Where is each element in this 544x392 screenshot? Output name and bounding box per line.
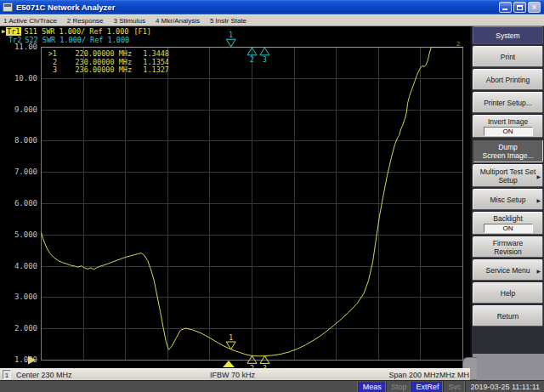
- menu-item-3[interactable]: 3 Stimulus: [114, 17, 145, 25]
- close-button[interactable]: ×: [528, 2, 541, 13]
- button-label: Backlight: [493, 214, 523, 223]
- svg-text:2: 2: [250, 56, 254, 64]
- svg-text:1: 1: [229, 31, 233, 39]
- button-label: Setup: [498, 176, 517, 185]
- y-axis-label: 6.000: [2, 200, 37, 207]
- menu-item-1[interactable]: 1 Active Ch/Trace: [3, 17, 57, 25]
- menu-item-2[interactable]: 2 Response: [67, 17, 104, 25]
- button-label: Help: [501, 289, 515, 298]
- instrument-display: 2112233 ▶Tr1S11 SWR 1.000/ Ref 1.000[F1]…: [0, 26, 470, 368]
- window-titlebar: E5071C Network Analyzer ×: [0, 0, 544, 14]
- button-label: System: [496, 31, 519, 40]
- y-axis-label: 5.000: [2, 231, 37, 239]
- trace1-parameters: S11 SWR 1.000/ Ref 1.000: [25, 27, 129, 36]
- trace1-status-line[interactable]: ▶Tr1S11 SWR 1.000/ Ref 1.000[F1]: [2, 28, 151, 36]
- sidebar-button-multiport-test-set[interactable]: Multiport Test SetSetup▶: [473, 164, 543, 187]
- svg-text:1: 1: [229, 334, 233, 342]
- instrument-status-bar: Meas Stop ExtRef Svc 2019-03-25 11:11:11: [0, 380, 544, 392]
- active-trace-pointer-icon: ▶: [2, 28, 5, 35]
- button-state-value: ON: [484, 224, 533, 233]
- sidebar-button-invert-image[interactable]: Invert ImageON: [473, 115, 543, 138]
- trace1-flag: [F1]: [133, 27, 150, 36]
- sidebar-button-help[interactable]: Help: [473, 282, 543, 304]
- channel-status-bar: 1 Center 230 MHz IFBW 70 kHz Span 200 MH…: [0, 368, 470, 380]
- y-axis-label: 1.000: [2, 356, 37, 364]
- stop-indicator: Stop: [387, 382, 411, 392]
- y-axis-label: 4.000: [2, 263, 37, 270]
- y-axis-label: 9.000: [2, 106, 37, 114]
- center-frequency-field[interactable]: Center 230 MHz: [16, 371, 72, 379]
- sidebar-filler: [473, 354, 544, 380]
- menu-item-4[interactable]: 4 Mkr/Analysis: [156, 17, 200, 25]
- submenu-arrow-icon: ▶: [536, 196, 541, 205]
- softkey-sidebar: SystemPrintAbort PrintingPrinter Setup..…: [470, 26, 544, 380]
- span-field[interactable]: Span 200 MHzMHz MH: [388, 371, 469, 379]
- svg-text:3: 3: [263, 56, 267, 64]
- sidebar-button-abort-printing[interactable]: Abort Printing: [473, 69, 543, 90]
- button-label: Invert Image: [488, 117, 528, 126]
- ifbw-field[interactable]: IFBW 70 kHz: [210, 371, 255, 379]
- restore-icon: [517, 5, 523, 10]
- sidebar-button-printer-setup[interactable]: Printer Setup...: [473, 92, 543, 113]
- trace2-parameters: S22 SWR 1.000/ Ref 1.000: [25, 36, 129, 44]
- submenu-arrow-icon: ▶: [536, 267, 541, 276]
- button-label: Firmware: [493, 239, 523, 247]
- button-label: Print: [501, 53, 515, 61]
- y-axis-label: 8.000: [2, 137, 37, 145]
- marker-table: >1220.00000 MHz1.34482230.00000 MHz1.135…: [46, 50, 169, 75]
- button-state-value: ON: [484, 127, 533, 136]
- close-icon: ×: [529, 2, 540, 13]
- menu-bar: 1 Active Ch/Trace2 Response3 Stimulus4 M…: [0, 14, 544, 26]
- channel-number-badge: 1: [3, 370, 11, 379]
- app-icon[interactable]: [3, 3, 13, 12]
- y-axis-label: 10.00: [2, 75, 37, 82]
- sidebar-button-dump[interactable]: DumpScreen Image...: [473, 139, 543, 162]
- button-label: Multiport Test Set: [480, 168, 536, 176]
- sidebar-button-system[interactable]: System: [473, 26, 543, 44]
- extref-indicator: ExtRef: [411, 382, 443, 392]
- button-label: Return: [497, 312, 519, 321]
- marker-freq: 236.00000 MHz: [57, 66, 132, 75]
- meas-indicator: Meas: [359, 382, 386, 392]
- marker-table-row: 3236.00000 MHz1.1327: [46, 66, 169, 75]
- sidebar-button-misc-setup[interactable]: Misc Setup▶: [473, 189, 543, 210]
- restore-button[interactable]: [513, 2, 526, 13]
- button-label: Revision: [494, 247, 522, 256]
- swr-graph: 2112233: [0, 26, 470, 368]
- button-label: Misc Setup: [490, 196, 525, 204]
- sidebar-button-backlight[interactable]: BacklightON: [473, 212, 543, 235]
- y-axis-label: 11.00: [2, 43, 37, 51]
- y-axis-label: 2.000: [2, 325, 37, 332]
- y-axis-label: 7.000: [2, 168, 37, 176]
- e5071c-window: E5071C Network Analyzer × 1 Active Ch/Tr…: [0, 0, 544, 392]
- menu-item-5[interactable]: 5 Instr State: [210, 17, 246, 25]
- marker-val: 1.1327: [132, 66, 169, 75]
- minimize-button[interactable]: [499, 2, 512, 13]
- button-label: Abort Printing: [486, 76, 530, 84]
- sidebar-button-print[interactable]: Print: [473, 46, 543, 67]
- button-label: Printer Setup...: [484, 99, 532, 107]
- y-axis-label: 3.000: [2, 293, 37, 301]
- datetime-display: 2019-03-25 11:11:11: [466, 382, 544, 392]
- button-label: Service Menu: [486, 266, 530, 275]
- sidebar-button-service-menu[interactable]: Service Menu▶: [473, 259, 543, 281]
- window-title: E5071C Network Analyzer: [16, 3, 115, 12]
- svc-indicator: Svc: [444, 382, 465, 392]
- submenu-arrow-icon: ▶: [536, 173, 541, 181]
- button-label: Dump: [498, 143, 518, 151]
- sidebar-button-return[interactable]: Return: [473, 305, 543, 327]
- marker-sel: 3: [46, 66, 57, 75]
- button-label: Screen Image...: [482, 151, 533, 160]
- sidebar-button-firmware[interactable]: FirmwareRevision: [473, 236, 543, 258]
- minimize-icon: [502, 9, 507, 10]
- trace1-name: Tr1: [6, 27, 20, 36]
- svg-text:2: 2: [456, 41, 460, 48]
